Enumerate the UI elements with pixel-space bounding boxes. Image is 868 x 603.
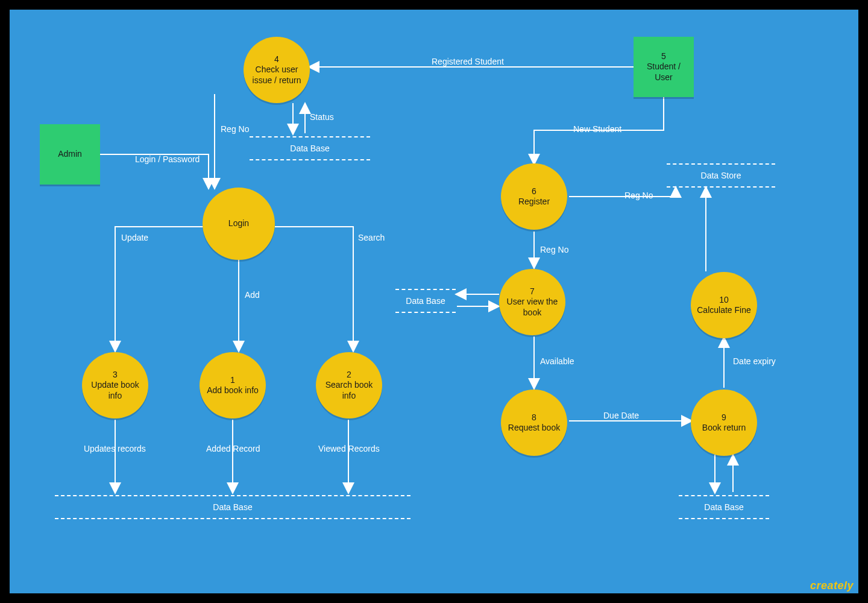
process-check-user: 4 Check user issue / return (244, 37, 310, 103)
data-store-userview: Data Base (395, 289, 456, 313)
flow-regno-view: Reg No (540, 245, 568, 254)
flow-registered-student: Registered Student (432, 57, 504, 66)
flow-regno-check: Reg No (221, 124, 249, 134)
process-update-book-num: 3 (113, 370, 118, 380)
process-login-title: Login (228, 218, 249, 229)
data-store-bottom-label: Data Base (213, 502, 252, 512)
entity-admin: Admin (40, 124, 100, 185)
process-user-view: 7 User view the book (499, 269, 565, 335)
data-store-bottom: Data Base (55, 495, 410, 519)
flow-login-password: Login / Password (135, 154, 200, 164)
process-book-return: 9 Book return (691, 390, 757, 456)
process-check-user-num: 4 (274, 54, 279, 65)
entity-admin-label: Admin (58, 149, 82, 160)
data-store-return-label: Data Base (704, 502, 743, 512)
process-add-book-num: 1 (230, 375, 235, 386)
process-register: 6 Register (501, 163, 567, 230)
process-user-view-num: 7 (530, 286, 535, 297)
process-book-return-title: Book return (702, 423, 746, 434)
entity-student-user-num: 5 (661, 51, 666, 62)
process-user-view-title: User view the book (503, 297, 562, 318)
data-store-userview-label: Data Base (406, 296, 445, 306)
process-request-book-num: 8 (532, 412, 536, 423)
flow-due-date: Due Date (603, 411, 639, 420)
flow-add: Add (245, 290, 260, 300)
flow-status: Status (310, 112, 334, 122)
data-store-top-right-label: Data Store (701, 171, 741, 180)
process-calc-fine-title: Calculate Fine (697, 305, 751, 316)
process-calc-fine: 10 Calculate Fine (691, 272, 757, 338)
flow-viewed-records: Viewed Records (318, 444, 380, 453)
flow-available: Available (540, 356, 574, 366)
process-login: Login (203, 188, 275, 260)
process-register-title: Register (518, 197, 550, 207)
process-request-book-title: Request book (508, 423, 560, 434)
process-check-user-title: Check user issue / return (247, 65, 306, 86)
flow-search: Search (358, 233, 385, 242)
process-update-book-title: Update book info (86, 380, 145, 401)
branding-logo: creately (810, 579, 854, 592)
data-store-top-right: Data Store (667, 163, 775, 188)
entity-student-user: 5 Student / User (634, 37, 694, 97)
flow-new-student: New Student (573, 124, 621, 134)
process-add-book: 1 Add book info (200, 352, 266, 418)
flow-added-record: Added Record (206, 444, 260, 453)
process-add-book-title: Add book info (207, 385, 259, 396)
process-register-num: 6 (532, 186, 536, 197)
process-book-return-num: 9 (722, 412, 726, 423)
process-search-book-title: Search book info (319, 380, 379, 401)
data-store-check-label: Data Base (290, 144, 329, 153)
entity-student-user-label: Student / User (637, 62, 690, 83)
process-search-book-num: 2 (347, 370, 351, 380)
flow-updates-records: Updates records (84, 444, 146, 453)
process-request-book: 8 Request book (501, 390, 567, 456)
process-calc-fine-num: 10 (719, 295, 729, 306)
data-store-return: Data Base (679, 495, 769, 519)
flow-update: Update (121, 233, 148, 242)
process-search-book: 2 Search book info (316, 352, 382, 418)
process-update-book: 3 Update book info (82, 352, 148, 418)
flow-regno-out: Reg No (624, 191, 653, 200)
flow-date-expiry: Date expiry (733, 356, 776, 366)
data-store-check: Data Base (250, 136, 370, 160)
diagram-canvas: Admin 5 Student / User 4 Check user issu… (10, 10, 858, 593)
